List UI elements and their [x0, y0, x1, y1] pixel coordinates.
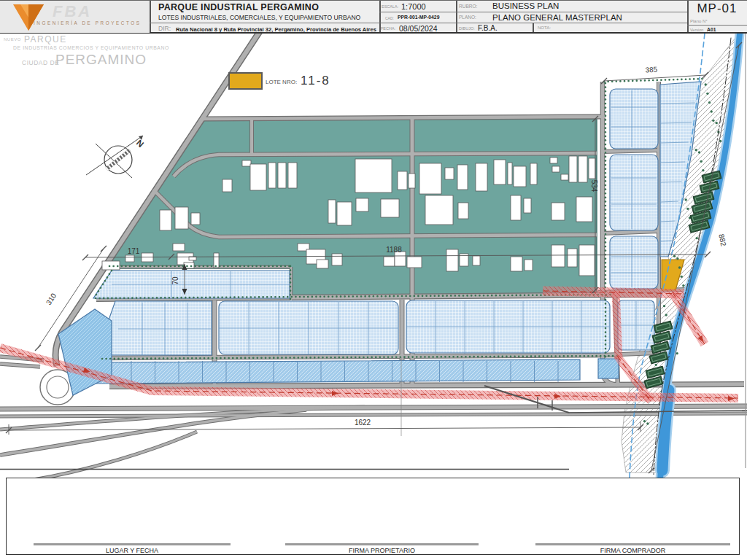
tree-dot	[663, 305, 665, 307]
tree-dot	[712, 120, 714, 122]
dim-70: 70	[171, 276, 179, 285]
tree-dot	[681, 276, 683, 278]
dim-385: 385	[645, 66, 658, 74]
company-tagline: INGENIERÍA DE PROYECTOS	[34, 20, 142, 26]
dim-534: 534	[590, 180, 598, 192]
tree-dot	[698, 151, 700, 153]
north-compass: N	[86, 136, 146, 178]
watermark-nuevo: NUEVO	[4, 37, 21, 42]
signature-box: LUGAR Y FECHA FIRMA PROPIETARIO FIRMA CO…	[6, 478, 740, 555]
building-footprint	[514, 166, 526, 187]
building-footprint	[288, 163, 297, 188]
building-footprint	[384, 257, 395, 266]
logo-cell: FBA INGENIERÍA DE PROYECTOS	[0, 1, 150, 33]
dim-882: 882	[717, 233, 727, 247]
tree-dot	[646, 422, 649, 424]
building-footprint	[317, 260, 328, 268]
building-footprint	[561, 174, 568, 180]
tree-dot	[655, 364, 657, 366]
building-footprint	[511, 195, 521, 220]
watermark-line2: DE INDUSTRIAS COMERCIOS Y EQUIPAMIENTO U…	[13, 45, 169, 50]
building-footprint	[445, 168, 454, 179]
building-footprint	[457, 165, 468, 190]
signature-label-propietario: FIRMA PROPIETARIO	[285, 547, 479, 554]
building-footprint	[332, 254, 342, 265]
lot-colN2	[610, 155, 658, 230]
tree-dot	[686, 208, 689, 210]
lot-solid-right	[598, 359, 619, 378]
company-name-ghost: FBA	[53, 2, 92, 21]
building-footprint	[524, 198, 531, 213]
tree-dot	[705, 83, 707, 85]
building-footprint	[525, 260, 533, 271]
tree-dot	[695, 149, 697, 151]
site-plan-drawing: 385 534 882 310 171 70 1188 1622 N	[0, 0, 747, 560]
dibujo-value: F.B.A.	[478, 24, 498, 32]
building-footprint	[381, 199, 399, 217]
tree-dot	[716, 122, 718, 124]
cad-label: CAD:	[385, 16, 394, 20]
north-label: N	[134, 138, 146, 149]
building-footprint	[446, 249, 458, 271]
dim-1622: 1622	[355, 419, 371, 427]
building-footprint	[355, 159, 392, 192]
building-footprint	[398, 171, 407, 190]
signature-label-lugar: LUGAR Y FECHA	[34, 547, 231, 554]
building-footprint	[395, 252, 406, 266]
project-subtitle: LOTES INDUSTRIALES, COMERCIALES, Y EQUIP…	[158, 14, 360, 21]
cad-value: PPR-001-MP-0429	[398, 15, 439, 20]
lot-colN1	[610, 89, 658, 149]
tree-dot	[673, 255, 676, 257]
building-footprint	[328, 200, 336, 223]
escala-value: 1:7000	[401, 2, 426, 11]
dir-value: Ruta Nacional 8 y Ruta Provincial 32, Pe…	[176, 26, 376, 33]
title-block: FBA INGENIERÍA DE PROYECTOS PARQUE INDUS…	[0, 0, 747, 34]
building-footprint	[576, 197, 592, 222]
legend-lot-swatch	[228, 72, 263, 90]
building-footprint	[173, 244, 185, 251]
tree-dot	[676, 257, 678, 260]
tree-dot	[702, 169, 704, 171]
building-footprint	[569, 156, 577, 182]
watermark-ciudad: CIUDAD DE	[22, 59, 59, 66]
masterplan-sheet: 385 534 882 310 171 70 1188 1622 N	[0, 0, 747, 560]
watermark-pergamino: PERGAMINO	[55, 52, 147, 68]
building-footprint	[551, 203, 565, 220]
building-footprint	[551, 245, 565, 267]
company-logo-icon	[12, 3, 45, 32]
building-footprint	[473, 256, 480, 265]
dim-310: 310	[44, 292, 58, 306]
building-footprint	[568, 249, 577, 267]
plano-value: PLANO GENERAL MASTERPLAN	[492, 13, 622, 22]
fecha-label: FECHA:	[381, 26, 395, 31]
building-footprint	[458, 203, 468, 219]
building-footprint	[578, 156, 587, 182]
sheet-code: MP-01	[687, 1, 747, 16]
building-footprint	[589, 158, 595, 179]
lot-groupA1	[96, 301, 212, 355]
building-footprint	[511, 257, 522, 271]
signature-line-lugar	[34, 543, 231, 545]
legend-lote-value: 11-8	[301, 74, 330, 88]
building-footprint	[494, 160, 506, 184]
building-footprint	[476, 163, 487, 191]
dim-171: 171	[128, 247, 140, 255]
signature-line-comprador	[535, 543, 730, 545]
tree-dot	[682, 284, 684, 287]
building-footprint	[160, 210, 171, 230]
version-label: Version	[690, 28, 703, 32]
building-footprint	[175, 207, 188, 229]
plano-label: PLANO:	[459, 15, 476, 20]
dir-label: DIR:	[158, 25, 171, 32]
version-value: A01	[707, 27, 716, 32]
building-footprint	[278, 163, 286, 188]
dim-1188: 1188	[386, 246, 402, 254]
fecha-value: 08/05/2024	[399, 24, 438, 33]
building-footprint	[409, 174, 415, 188]
building-footprint	[419, 163, 441, 194]
building-footprint	[407, 257, 422, 268]
lot-colN3	[610, 236, 658, 289]
lot-stripB	[95, 359, 580, 384]
building-footprint	[337, 202, 352, 225]
building-footprint	[579, 245, 595, 276]
